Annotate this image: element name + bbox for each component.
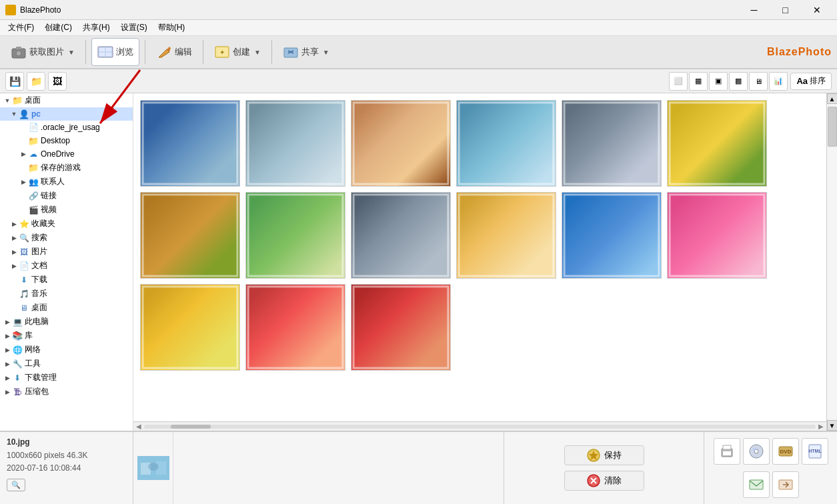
view-btn-2[interactable]: ▦ — [689, 72, 708, 91]
tree-item-video[interactable]: 🎬 视频 — [0, 203, 133, 217]
tree-label-desktop3: 桌面 — [31, 302, 47, 313]
minimize-button[interactable]: ─ — [739, 0, 769, 20]
network-icon: 🌐 — [12, 345, 23, 355]
tree-item-documents[interactable]: ▶ 📄 文档 — [0, 259, 133, 273]
photo-thumb-14[interactable] — [245, 284, 345, 371]
tree-item-dlmanager[interactable]: ▶ ⬇ 下载管理 — [0, 371, 133, 385]
tree-item-pc[interactable]: ▼ 👤 pc — [0, 107, 133, 121]
tree-item-links[interactable]: 🔗 链接 — [0, 189, 133, 203]
photo-thumb-8[interactable] — [245, 192, 345, 279]
view-btn-3[interactable]: ▣ — [709, 72, 728, 91]
photo-thumb-5[interactable] — [562, 100, 662, 187]
svg-rect-26 — [248, 287, 343, 368]
share-icon — [283, 44, 299, 60]
svg-rect-8 — [99, 53, 105, 56]
photo-thumb-11[interactable] — [562, 192, 662, 279]
menu-settings[interactable]: 设置(S) — [115, 21, 153, 35]
sub-btn-folder[interactable]: 📁 — [27, 72, 45, 91]
cloud-icon-onedrive: ☁ — [28, 149, 39, 159]
toolbar-share[interactable]: 共享 ▼ — [277, 38, 335, 66]
scroll-up[interactable]: ▲ — [827, 93, 838, 104]
menu-share[interactable]: 共享(H) — [77, 21, 115, 35]
bottom-center — [173, 432, 504, 504]
tree-item-computer[interactable]: ▶ 💻 此电脑 — [0, 315, 133, 329]
toolbar-get-photos[interactable]: 获取图片 ▼ — [5, 38, 80, 66]
photo-thumb-2[interactable] — [245, 100, 345, 187]
svg-point-3 — [16, 51, 21, 56]
view-btn-4[interactable]: ▩ — [729, 72, 748, 91]
toolbar-create[interactable]: ✦ 创建 ▼ — [209, 38, 266, 66]
print-icon-btn[interactable] — [714, 438, 740, 465]
menu-help[interactable]: 帮助(H) — [153, 21, 191, 35]
share2-icon-btn[interactable] — [772, 471, 799, 498]
close-button[interactable]: ✕ — [802, 0, 832, 20]
photo-thumb-13[interactable] — [140, 284, 240, 371]
share-label: 共享 — [301, 46, 319, 58]
cd-icon-btn[interactable] — [743, 438, 770, 465]
tree-item-desktop3[interactable]: 🖥 桌面 — [0, 301, 133, 315]
tree-item-library[interactable]: ▶ 📚 库 — [0, 329, 133, 343]
photo-thumb-6[interactable] — [667, 100, 767, 187]
toolbar-browse[interactable]: 浏览 — [91, 38, 139, 66]
svg-rect-13 — [143, 103, 237, 184]
view-btn-1[interactable]: ⬜ — [669, 72, 688, 91]
maximize-button[interactable]: □ — [770, 0, 800, 20]
tree-item-favorites[interactable]: ▶ ⭐ 收藏夹 — [0, 217, 133, 231]
grid-scrollbar[interactable]: ▲ ▼ — [826, 93, 837, 431]
keep-button[interactable]: 保持 — [564, 445, 644, 465]
tree-item-onedrive[interactable]: ▶ ☁ OneDrive — [0, 147, 133, 161]
tree-item-games[interactable]: 📁 保存的游戏 — [0, 161, 133, 175]
doc-icon-documents: 📄 — [19, 261, 29, 271]
photo-thumb-7[interactable] — [140, 192, 240, 279]
tree-item-tools[interactable]: ▶ 🔧 工具 — [0, 357, 133, 371]
tree-item-desktop2[interactable]: 📁 Desktop — [0, 134, 133, 147]
edit-label: 编辑 — [175, 46, 192, 58]
photo-thumb-9[interactable] — [351, 192, 451, 279]
link-icon: 🔗 — [28, 191, 39, 201]
photo-thumb-1[interactable] — [140, 100, 240, 187]
sub-btn-image[interactable]: 🖼 — [48, 72, 67, 91]
scroll-thumb[interactable] — [828, 107, 837, 147]
file-tree-sidebar: ▼ 📁 桌面 ▼ 👤 pc 📄 .oracle_jre_usag 📁 Deskt… — [0, 93, 133, 431]
view-btn-5[interactable]: 🖥 — [749, 72, 768, 91]
tree-item-zip[interactable]: ▶ 🗜 压缩包 — [0, 385, 133, 399]
tree-item-oracle[interactable]: 📄 .oracle_jre_usag — [0, 121, 133, 134]
tree-item-downloads[interactable]: ⬇ 下载 — [0, 273, 133, 287]
menu-file[interactable]: 文件(F) — [3, 21, 39, 35]
email-icon-btn[interactable] — [743, 471, 770, 498]
clear-button[interactable]: 清除 — [564, 471, 644, 491]
toolbar-edit[interactable]: 编辑 — [151, 38, 197, 66]
sort-button[interactable]: Aa 排序 — [790, 73, 832, 90]
dl-icon: ⬇ — [12, 373, 23, 383]
dvd-icon-btn[interactable]: DVD — [772, 438, 799, 465]
file-action-btn[interactable]: 🔍 — [7, 479, 25, 491]
star-icon-favorites: ⭐ — [19, 219, 29, 229]
tree-toggle-onedrive: ▶ — [19, 151, 28, 157]
scroll-down[interactable]: ▼ — [827, 420, 838, 431]
edit-icon — [156, 44, 172, 60]
keep-icon — [587, 449, 600, 462]
tree-toggle-computer: ▶ — [3, 319, 12, 325]
tree-item-contacts[interactable]: ▶ 👥 联系人 — [0, 175, 133, 189]
photo-thumb-15[interactable] — [351, 284, 451, 371]
grid-hscrollbar[interactable]: ◀ ▶ — [133, 421, 826, 431]
html-icon-btn[interactable]: HTML — [802, 438, 828, 465]
tree-item-network[interactable]: ▶ 🌐 网络 — [0, 343, 133, 357]
photo-thumb-12[interactable] — [667, 192, 767, 279]
tree-item-music[interactable]: 🎵 音乐 — [0, 287, 133, 301]
tree-label-games: 保存的游戏 — [41, 162, 81, 173]
photo-thumb-10[interactable] — [456, 192, 556, 279]
tree-toggle-pictures: ▶ — [9, 249, 19, 255]
get-photos-label: 获取图片 — [29, 46, 64, 58]
tree-item-pictures[interactable]: ▶ 🖼 图片 — [0, 245, 133, 259]
menu-create[interactable]: 创建(C) — [39, 21, 77, 35]
photo-thumb-4[interactable] — [456, 100, 556, 187]
tree-item-desktop[interactable]: ▼ 📁 桌面 — [0, 93, 133, 107]
photo-thumb-3[interactable] — [351, 100, 451, 187]
tree-item-search[interactable]: ▶ 🔍 搜索 — [0, 231, 133, 245]
svg-rect-16 — [459, 103, 554, 184]
sub-btn-save[interactable]: 💾 — [5, 72, 24, 91]
svg-rect-9 — [106, 53, 111, 56]
view-btn-6[interactable]: 📊 — [769, 72, 788, 91]
browse-label: 浏览 — [116, 46, 133, 58]
